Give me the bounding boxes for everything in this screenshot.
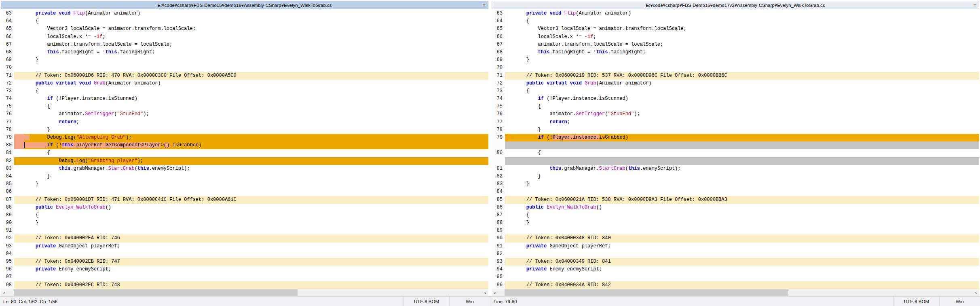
- code-line[interactable]: 81 {: [1, 149, 488, 157]
- code-line[interactable]: 74 if (!Player.instance.isStunned): [1, 95, 488, 103]
- code-line[interactable]: 75 {: [1, 103, 488, 110]
- left-code-pane[interactable]: 63 private void Flip(Animator animator)6…: [1, 10, 488, 289]
- code-line[interactable]: 73 {: [1, 87, 488, 95]
- code-line[interactable]: 91 private GameObject playerRef;: [492, 243, 979, 250]
- code-line[interactable]: 68 this.facingRight = !this.facingRight;: [1, 49, 488, 56]
- code-line[interactable]: 90 // Token: 0x04000348 RID: 840: [492, 234, 979, 242]
- scroll-thumb[interactable]: [14, 289, 298, 296]
- code-line[interactable]: 95 // Token: 0x040002EB RID: 747: [1, 258, 488, 266]
- code-line[interactable]: 80 if (!this.playerRef.GetComponent<Play…: [1, 141, 488, 149]
- code-line[interactable]: 88 public Evelyn_WalkToGrab(): [1, 204, 488, 211]
- code-line[interactable]: 82 Debug.Log("Grabbing player");: [1, 157, 488, 165]
- code-line[interactable]: 90 }: [1, 219, 488, 227]
- code-line[interactable]: 67 animator.transform.localScale = local…: [1, 41, 488, 49]
- code-line[interactable]: 70: [492, 64, 979, 72]
- code-line[interactable]: 75 {: [492, 103, 979, 110]
- code-line[interactable]: 72 public virtual void Grab(Animator ani…: [1, 80, 488, 87]
- ghost-line[interactable]: [492, 141, 979, 149]
- code-line[interactable]: 71 // Token: 0x060001D6 RID: 470 RVA: 0x…: [1, 72, 488, 80]
- code-line[interactable]: 63 private void Flip(Animator animator): [1, 10, 488, 17]
- code-line[interactable]: 77 return;: [1, 118, 488, 126]
- code-line[interactable]: 88 }: [492, 219, 979, 227]
- code-line[interactable]: 79 Debug.Log("Attempting Grab");: [1, 134, 488, 141]
- code-line[interactable]: 78 }: [492, 126, 979, 134]
- code-token: animator.transform.localScale = localSca…: [24, 42, 172, 47]
- code-line[interactable]: 89: [492, 227, 979, 234]
- code-line[interactable]: 83 }: [492, 180, 979, 188]
- code-text: private void Flip(Animator animator): [515, 10, 979, 17]
- code-line[interactable]: 93 private GameObject playerRef;: [1, 243, 488, 250]
- code-line[interactable]: 84: [492, 188, 979, 196]
- code-line[interactable]: 74 if (!Player.instance.isStunned): [492, 95, 979, 103]
- code-line[interactable]: 65 Vector3 localScale = animator.transfo…: [1, 25, 488, 33]
- code-line[interactable]: 80 {: [492, 149, 979, 157]
- code-line[interactable]: 69 }: [1, 56, 488, 64]
- code-line[interactable]: 97: [1, 273, 488, 281]
- code-line[interactable]: 89 {: [1, 211, 488, 219]
- code-line[interactable]: 92 // Token: 0x040002EA RID: 746: [1, 234, 488, 242]
- scroll-right-arrow-icon[interactable]: ›: [482, 289, 488, 296]
- line-number: 94: [492, 266, 505, 273]
- code-token: // Token: 0x04000348 RID: 840: [515, 235, 611, 241]
- code-line[interactable]: 81 this.grabManager.StartGrab(this.enemy…: [492, 165, 979, 173]
- line-number: 70: [1, 64, 14, 72]
- code-line[interactable]: 63 private void Flip(Animator animator): [492, 10, 979, 17]
- code-token: // Token: 0x060001D7 RID: 471 RVA: 0x000…: [24, 197, 237, 203]
- code-line[interactable]: 98 // Token: 0x040002EC RID: 748: [1, 281, 488, 289]
- line-number: 93: [492, 258, 505, 266]
- code-line[interactable]: 76 animator.SetTrigger("StunEnd");: [1, 110, 488, 118]
- left-horizontal-scrollbar[interactable]: ‹ ›: [1, 289, 488, 296]
- code-line[interactable]: 96 private Enemy enemyScript;: [1, 266, 488, 273]
- right-code-pane[interactable]: 63 private void Flip(Animator animator)6…: [492, 10, 979, 289]
- code-token: }: [515, 181, 529, 187]
- code-line[interactable]: 66 localScale.x *= -1f;: [1, 33, 488, 41]
- diff-margin: [14, 243, 24, 250]
- right-file-header[interactable]: E:¥code¥csharp¥FBS-Demo15¥demo17v2¥Assem…: [492, 1, 979, 9]
- code-line[interactable]: 92: [492, 250, 979, 258]
- diff-margin: [505, 196, 515, 204]
- code-line[interactable]: 93 // Token: 0x04000349 RID: 841: [492, 258, 979, 266]
- code-line[interactable]: 70: [1, 64, 488, 72]
- code-line[interactable]: 95: [492, 273, 979, 281]
- code-line[interactable]: 87 {: [492, 211, 979, 219]
- header-menu-icon[interactable]: ≡: [973, 1, 976, 9]
- code-line[interactable]: 64 {: [492, 17, 979, 25]
- code-line[interactable]: 96 // Token: 0x0400034A RID: 842: [492, 281, 979, 289]
- code-line[interactable]: 79 if (!Player.instance.isGrabbed): [492, 134, 979, 141]
- right-horizontal-scrollbar[interactable]: ‹ ›: [492, 289, 979, 296]
- code-line[interactable]: 72 public virtual void Grab(Animator ani…: [492, 80, 979, 87]
- left-file-header[interactable]: E:¥code¥csharp¥FBS-Demo15¥demo16¥Assembl…: [1, 1, 488, 9]
- code-line[interactable]: 76 animator.SetTrigger("StunEnd");: [492, 110, 979, 118]
- code-line[interactable]: 71 // Token: 0x06000219 RID: 537 RVA: 0x…: [492, 72, 979, 80]
- code-line[interactable]: 78 }: [1, 126, 488, 134]
- code-line[interactable]: 66 localScale.x *= -1f;: [492, 33, 979, 41]
- code-line[interactable]: 83 this.grabManager.StartGrab(this.enemy…: [1, 165, 488, 173]
- code-line[interactable]: 73 {: [492, 87, 979, 95]
- code-line[interactable]: 86: [1, 188, 488, 196]
- code-text: if (!this.playerRef.GetComponent<Player>…: [24, 141, 488, 149]
- code-line[interactable]: 91: [1, 227, 488, 234]
- scroll-left-arrow-icon[interactable]: ‹: [492, 289, 498, 296]
- scroll-thumb[interactable]: [505, 289, 788, 296]
- code-line[interactable]: 85 }: [1, 180, 488, 188]
- code-line[interactable]: 77 return;: [492, 118, 979, 126]
- code-token: Debug.Log(: [24, 158, 88, 164]
- code-line[interactable]: 86 public Evelyn_WalkToGrab(): [492, 204, 979, 211]
- code-line[interactable]: 64 {: [1, 17, 488, 25]
- code-line[interactable]: 94 private Enemy enemyScript;: [492, 266, 979, 273]
- code-line[interactable]: 69 }: [492, 56, 979, 64]
- code-line[interactable]: 65 Vector3 localScale = animator.transfo…: [492, 25, 979, 33]
- code-line[interactable]: 94: [1, 250, 488, 258]
- code-text: this.grabManager.StartGrab(this.enemyScr…: [24, 165, 488, 173]
- code-line[interactable]: 67 animator.transform.localScale = local…: [492, 41, 979, 49]
- code-line[interactable]: 82 }: [492, 173, 979, 180]
- code-token: ;: [102, 34, 105, 40]
- scroll-right-arrow-icon[interactable]: ›: [973, 289, 979, 296]
- scroll-left-arrow-icon[interactable]: ‹: [1, 289, 7, 296]
- code-line[interactable]: 68 this.facingRight = !this.facingRight;: [492, 49, 979, 56]
- code-line[interactable]: 85 // Token: 0x0600021A RID: 538 RVA: 0x…: [492, 196, 979, 204]
- ghost-line[interactable]: [492, 157, 979, 165]
- header-menu-icon[interactable]: ≡: [482, 1, 486, 9]
- code-line[interactable]: 87 // Token: 0x060001D7 RID: 471 RVA: 0x…: [1, 196, 488, 204]
- code-line[interactable]: 84 }: [1, 173, 488, 180]
